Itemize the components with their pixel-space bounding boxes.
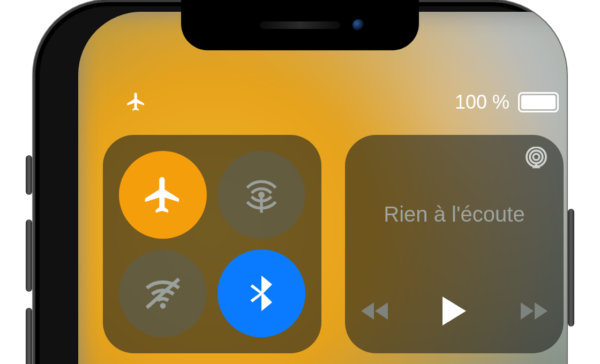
previous-track-button[interactable]: [359, 299, 392, 325]
earpiece-speaker: [260, 21, 340, 29]
connectivity-panel[interactable]: [103, 135, 321, 353]
play-button[interactable]: [440, 295, 468, 329]
svg-point-4: [533, 154, 539, 160]
phone-frame: 100 %: [33, 0, 567, 364]
cellular-data-toggle[interactable]: [218, 151, 305, 239]
battery-percentage: 100 %: [455, 91, 509, 113]
svg-point-2: [160, 303, 166, 309]
notch: [182, 0, 418, 49]
mute-switch[interactable]: [26, 155, 32, 195]
wifi-toggle[interactable]: [119, 249, 207, 337]
bluetooth-toggle[interactable]: [218, 249, 305, 337]
now-playing-label: Rien à l'écoute: [345, 202, 564, 226]
svg-point-5: [530, 150, 543, 163]
power-button[interactable]: [568, 209, 574, 327]
music-panel[interactable]: Rien à l'écoute: [345, 135, 564, 353]
playback-controls: [345, 295, 564, 329]
airplane-mode-toggle[interactable]: [119, 151, 207, 239]
stage: 100 %: [0, 0, 600, 364]
volume-down-button[interactable]: [26, 308, 32, 364]
next-track-button[interactable]: [516, 299, 550, 325]
screen: 100 %: [78, 12, 567, 364]
battery-icon: [518, 92, 559, 112]
volume-up-button[interactable]: [26, 219, 32, 292]
airplay-icon[interactable]: [524, 147, 549, 173]
battery-indicator: 100 %: [455, 91, 567, 113]
front-camera: [352, 19, 364, 31]
airplane-icon: [125, 91, 147, 115]
